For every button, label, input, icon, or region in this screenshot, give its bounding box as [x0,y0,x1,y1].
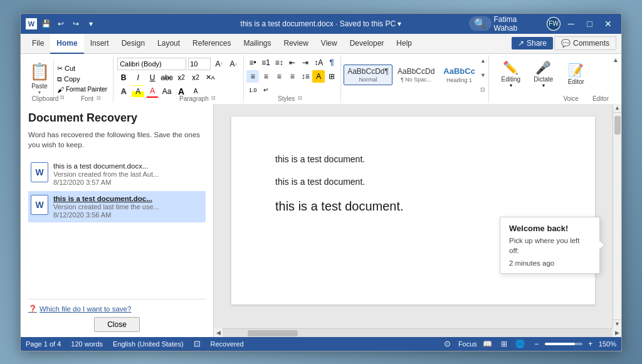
underline-btn[interactable]: U [146,71,159,84]
tab-mailings[interactable]: Mailings [237,34,277,54]
focus-icon[interactable]: ⊙ [442,338,453,350]
restore-btn[interactable]: □ [582,15,598,33]
style-no-spacing[interactable]: AaBbCcDd ¶ No Spac... [394,65,438,86]
tab-home[interactable]: Home [50,34,83,54]
case-btn[interactable]: Aa [160,85,173,98]
style-normal[interactable]: AaBbCcDd¶ Normal [344,65,392,86]
font-shrink-btn[interactable]: A↓ [227,58,239,70]
redo-btn[interactable]: ↪ [70,18,82,30]
vertical-scrollbar[interactable]: ▲ ▼ [613,104,621,328]
h-scroll-thumb[interactable] [248,330,298,336]
read-mode-icon[interactable]: 📖 [482,338,493,350]
word-file-icon-2: W [31,195,48,215]
welcome-back-popup[interactable]: Welcome back! Pick up where you left off… [500,217,600,274]
font-color-btn[interactable]: A [146,85,159,98]
styles-scroll-down[interactable]: ▼ [480,72,486,78]
scroll-thumb[interactable] [614,116,621,135]
file-item[interactable]: W this is a test document.docx... Versio… [28,159,206,190]
text-effects-btn[interactable]: A [117,85,130,98]
tab-insert[interactable]: Insert [84,34,115,54]
align-left-btn[interactable]: ≡ [246,70,259,83]
strikethrough-btn[interactable]: abc [160,71,173,84]
dictate-btn[interactable]: 🎤 Dictate ▾ [528,58,559,91]
ribbon-collapse-btn[interactable]: ▲ [613,56,619,63]
title-text: this is a test document.docx · Saved to … [174,19,469,28]
paragraph-expand[interactable]: ⊡ [210,95,218,102]
cut-btn[interactable]: ✂ Cut [55,64,109,73]
copy-icon: ⧉ [57,75,62,83]
editing-btn[interactable]: ✏️ Editing ▾ [495,58,527,91]
superscript-btn[interactable]: x2 [189,71,202,84]
minimize-btn[interactable]: ─ [563,15,579,33]
sort-btn[interactable]: ↕A [312,56,325,69]
file-item-selected[interactable]: W this is a test document.doc... Version… [28,191,206,222]
tab-file[interactable]: File [26,34,50,54]
show-hide-btn[interactable]: ¶ [325,56,338,69]
copy-btn[interactable]: ⧉ Copy [55,75,109,84]
tab-help[interactable]: Help [390,34,418,54]
word-icon: W [26,18,37,29]
italic-btn[interactable]: I [132,71,144,84]
recovered-status: Recovered [211,340,244,348]
tab-references[interactable]: References [186,34,237,54]
multilevel-btn[interactable]: ≡↕ [273,56,285,69]
clear-format-btn[interactable]: ✕A [204,71,216,84]
bold-btn[interactable]: B [117,71,130,84]
subscript-btn[interactable]: x2 [175,71,187,84]
styles-expand[interactable]: ⊡ [480,86,486,93]
styles-expand-btn[interactable]: ⊡ [296,95,303,102]
line-spacing-btn[interactable]: ↕≡ [299,70,312,83]
line-spacing-small-btn[interactable]: 1.0 [246,84,259,96]
language: English (United States) [113,340,184,348]
shading-btn[interactable]: A [312,70,325,83]
zoom-in-btn[interactable]: + [585,338,596,350]
font-grow-btn[interactable]: A↑ [213,58,225,70]
para-mark-btn[interactable]: ↵ [260,84,272,96]
dictate-arrow: ▾ [542,83,545,88]
tab-review[interactable]: Review [277,34,314,54]
style-heading1[interactable]: AaBbCc Heading 1 [439,64,479,86]
numbering-btn[interactable]: ≡1 [260,56,272,69]
title-search-box[interactable]: 🔍 [469,16,492,31]
increase-indent-btn[interactable]: ⇥ [299,56,312,69]
tab-developer[interactable]: Developer [344,34,391,54]
decrease-indent-btn[interactable]: ⇤ [286,56,298,69]
share-button[interactable]: ↗ Share [512,37,553,49]
sidebar-footer: ❓ Which file do I want to save? Close [28,299,206,332]
justify-btn[interactable]: ≡ [286,70,298,83]
h-scroll-right-btn[interactable]: ▶ [613,328,621,337]
h-scroll-left-btn[interactable]: ◀ [214,328,223,337]
save-quick-btn[interactable]: 💾 [39,18,52,30]
bullets-btn[interactable]: ≡• [246,56,259,69]
customize-quick-btn[interactable]: ▾ [85,18,97,30]
sidebar-desc: Word has recovered the following files. … [28,130,206,150]
doc-line-3: this is a test document. [275,199,551,214]
zoom-slider[interactable] [545,343,582,345]
which-file-link[interactable]: ❓ Which file do I want to save? [28,304,131,313]
clipboard-expand[interactable]: ⊡ [58,94,66,101]
close-btn[interactable]: ✕ [600,15,616,33]
font-expand[interactable]: ⊡ [95,95,102,102]
tab-view[interactable]: View [315,34,344,54]
print-layout-icon[interactable]: ⊞ [498,338,510,350]
scroll-up-btn[interactable]: ▲ [613,104,621,113]
horizontal-scrollbar[interactable]: ◀ ▶ [214,328,621,337]
doc-scroll-area[interactable]: this is a test document. this is a test … [214,104,613,328]
comments-button[interactable]: 💬 Comments [554,36,616,50]
font-name-input[interactable] [117,58,186,70]
scroll-down-btn[interactable]: ▼ [613,320,621,328]
styles-scroll-up[interactable]: ▲ [480,58,486,64]
status-bar-right: ⊙ Focus 📖 ⊞ 🌐 − + 150% [442,338,616,350]
font-size-input[interactable] [188,58,211,70]
borders-btn[interactable]: ⊞ [325,70,338,83]
align-center-btn[interactable]: ≡ [260,70,272,83]
web-layout-icon[interactable]: 🌐 [515,338,526,350]
align-right-btn[interactable]: ≡ [273,70,285,83]
editor-btn[interactable]: 📝 Editor [560,60,592,88]
highlight-btn[interactable]: A [132,85,144,98]
undo-btn[interactable]: ↩ [55,18,67,30]
tab-design[interactable]: Design [115,34,151,54]
zoom-out-btn[interactable]: − [531,338,542,350]
close-recovery-btn[interactable]: Close [94,317,140,332]
tab-layout[interactable]: Layout [151,34,186,54]
